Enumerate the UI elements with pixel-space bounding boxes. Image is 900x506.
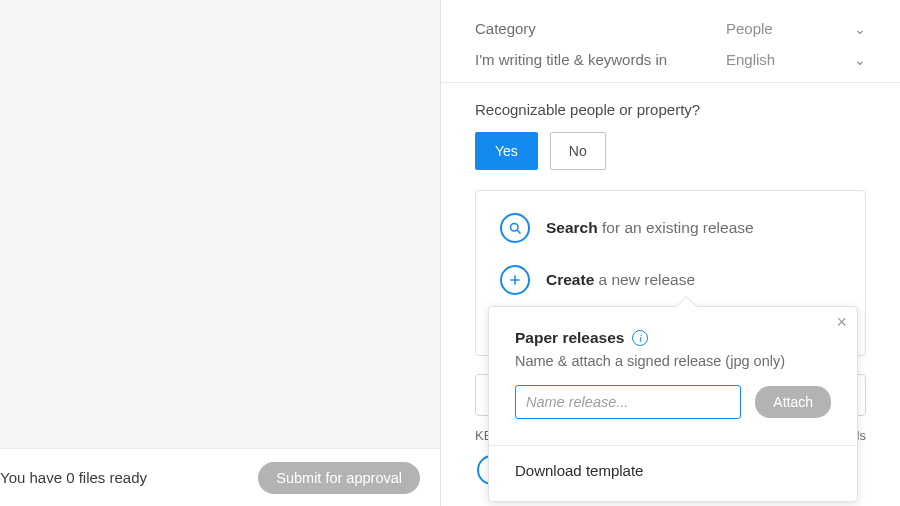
category-row: Category People ⌄ (475, 20, 866, 37)
yes-no-row: Yes No (475, 132, 866, 170)
files-ready-label: You have 0 files ready (0, 469, 147, 486)
chevron-down-icon: ⌄ (854, 52, 866, 68)
yes-button[interactable]: Yes (475, 132, 538, 170)
svg-point-0 (510, 223, 518, 231)
submit-button[interactable]: Submit for approval (258, 462, 420, 494)
divider (441, 82, 900, 83)
language-row: I'm writing title & keywords in English … (475, 51, 866, 68)
category-value: People (726, 20, 773, 37)
divider (489, 445, 857, 446)
svg-line-1 (517, 230, 520, 233)
language-value: English (726, 51, 775, 68)
popover-title: Paper releases (515, 329, 624, 347)
popover-title-row: Paper releases i (515, 329, 831, 347)
search-icon (500, 213, 530, 243)
paper-releases-popover: × Paper releases i Name & attach a signe… (488, 306, 858, 502)
language-label: I'm writing title & keywords in (475, 51, 667, 68)
preview-panel: You have 0 files ready Submit for approv… (0, 0, 441, 506)
category-dropdown[interactable]: People ⌄ (726, 20, 866, 37)
recognize-question: Recognizable people or property? (475, 101, 866, 118)
close-icon[interactable]: × (836, 313, 847, 331)
attach-button[interactable]: Attach (755, 386, 831, 418)
plus-icon (500, 265, 530, 295)
release-name-input[interactable] (515, 385, 741, 419)
no-button[interactable]: No (550, 132, 606, 170)
download-template-link[interactable]: Download template (515, 462, 831, 479)
language-dropdown[interactable]: English ⌄ (726, 51, 866, 68)
attach-row: Attach (515, 385, 831, 419)
create-release-row[interactable]: Create a new release (500, 265, 841, 295)
info-icon[interactable]: i (632, 330, 648, 346)
popover-subtitle: Name & attach a signed release (jpg only… (515, 353, 831, 369)
footer-bar: You have 0 files ready Submit for approv… (0, 448, 440, 506)
chevron-down-icon: ⌄ (854, 21, 866, 37)
create-release-text: Create a new release (546, 271, 695, 289)
category-label: Category (475, 20, 536, 37)
search-release-row[interactable]: Search for an existing release (500, 213, 841, 243)
search-release-text: Search for an existing release (546, 219, 754, 237)
